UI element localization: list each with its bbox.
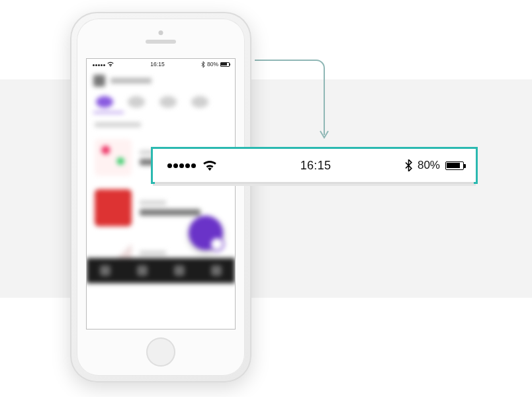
phone-status-battery-text: 80% bbox=[207, 61, 218, 67]
signal-dots-icon bbox=[167, 163, 196, 168]
tab-settings[interactable] bbox=[191, 96, 208, 108]
status-time: 16:15 bbox=[266, 159, 365, 173]
signal-dots-icon bbox=[92, 61, 105, 67]
list-thumb-icon bbox=[95, 139, 132, 176]
bottom-nav-home[interactable] bbox=[100, 265, 111, 276]
callout-arrow-icon bbox=[251, 57, 337, 150]
phone-camera-icon bbox=[159, 30, 163, 35]
phone-screen: 16:15 80% WISHLIST bbox=[86, 58, 236, 330]
phone-mockup: 16:15 80% WISHLIST bbox=[70, 12, 251, 382]
phone-speaker-icon bbox=[146, 40, 176, 44]
bottom-nav-profile[interactable] bbox=[211, 265, 222, 276]
bottom-nav bbox=[87, 258, 235, 283]
tab-search[interactable] bbox=[159, 96, 177, 108]
list-thumb-icon bbox=[95, 189, 132, 226]
app-header: WISHLIST bbox=[87, 69, 235, 92]
bluetooth-icon bbox=[405, 159, 412, 171]
bottom-nav-lists[interactable] bbox=[174, 265, 185, 276]
tab-friends[interactable] bbox=[128, 96, 145, 108]
bluetooth-icon bbox=[201, 62, 205, 67]
list-subtitle: Your list bbox=[140, 251, 166, 255]
tab-bar bbox=[87, 92, 235, 108]
status-right-group: 80% bbox=[365, 159, 464, 172]
section-label: MY WISH LISTS bbox=[95, 122, 141, 127]
phone-status-bar: 16:15 80% bbox=[87, 59, 235, 69]
menu-icon[interactable] bbox=[93, 75, 105, 87]
status-bar-callout: 16:15 80% bbox=[151, 147, 478, 184]
battery-icon bbox=[445, 161, 464, 170]
bottom-nav-favs[interactable] bbox=[137, 265, 148, 276]
tab-underline bbox=[93, 112, 124, 113]
phone-status-time: 16:15 bbox=[150, 61, 164, 67]
wifi-icon bbox=[202, 160, 217, 171]
list-subtitle: Your list bbox=[140, 200, 166, 205]
status-battery-text: 80% bbox=[418, 159, 440, 172]
phone-home-button[interactable] bbox=[146, 337, 175, 367]
wifi-icon bbox=[107, 62, 114, 67]
tab-gifts[interactable] bbox=[96, 96, 113, 108]
battery-icon bbox=[220, 62, 230, 67]
list-title: Secret Santa bbox=[140, 209, 200, 216]
app-title: WISHLIST bbox=[111, 78, 152, 83]
phone-body: 16:15 80% WISHLIST bbox=[77, 19, 245, 376]
diagram-stage: 16:15 80% WISHLIST bbox=[0, 0, 532, 397]
status-left-group bbox=[167, 160, 266, 171]
add-list-fab[interactable] bbox=[189, 216, 223, 250]
